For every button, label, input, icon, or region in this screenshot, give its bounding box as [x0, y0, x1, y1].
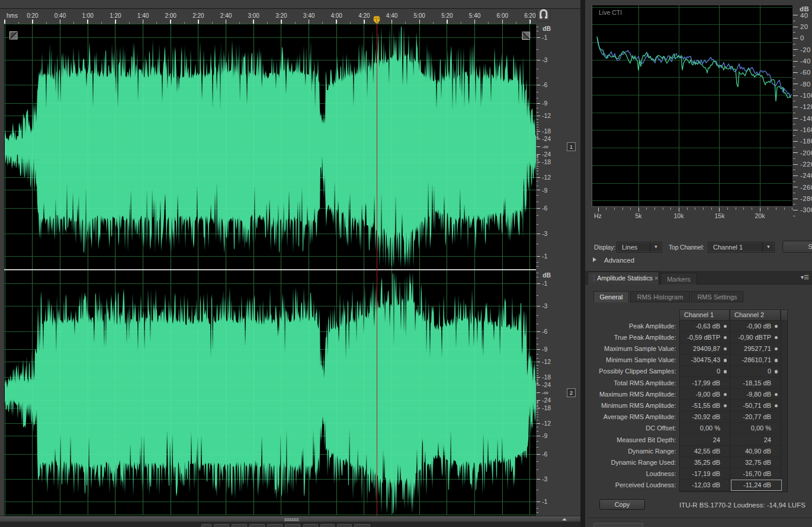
svg-text:-18: -18	[542, 158, 551, 165]
svg-text:-260: -260	[800, 184, 812, 191]
svg-text:-280: -280	[800, 195, 812, 202]
svg-text:-60: -60	[800, 69, 811, 76]
svg-text:Hz: Hz	[594, 212, 602, 219]
svg-text:-3: -3	[542, 230, 547, 237]
svg-text:-6: -6	[542, 205, 547, 212]
svg-text:20k: 20k	[755, 212, 766, 219]
svg-text:5k: 5k	[635, 212, 642, 219]
svg-text:-140: -140	[800, 115, 812, 122]
svg-text:40: 40	[800, 12, 808, 19]
svg-text:3:40: 3:40	[303, 12, 315, 19]
svg-text:-12: -12	[542, 358, 551, 365]
svg-text:15k: 15k	[715, 212, 726, 219]
svg-text:-1: -1	[542, 280, 547, 287]
svg-text:1:20: 1:20	[110, 12, 121, 19]
svg-text:-9: -9	[542, 100, 547, 107]
svg-text:-6: -6	[542, 81, 547, 88]
svg-text:5:20: 5:20	[441, 12, 453, 19]
svg-text:-200: -200	[800, 149, 812, 156]
svg-text:-3: -3	[542, 56, 547, 63]
svg-text:dB: dB	[543, 25, 551, 32]
svg-text:-6: -6	[542, 328, 547, 335]
svg-text:-12: -12	[542, 174, 551, 181]
svg-text:-100: -100	[800, 92, 812, 99]
svg-text:-∞: -∞	[542, 389, 548, 396]
svg-text:-∞: -∞	[542, 143, 548, 150]
svg-text:2:20: 2:20	[192, 12, 204, 19]
svg-text:hms: hms	[7, 12, 18, 19]
svg-text:3:20: 3:20	[275, 12, 287, 19]
svg-text:20: 20	[800, 23, 808, 30]
svg-text:5:00: 5:00	[413, 12, 425, 19]
svg-text:-24: -24	[542, 397, 551, 404]
svg-text:1:00: 1:00	[82, 12, 94, 19]
svg-text:-9: -9	[542, 187, 547, 194]
svg-text:6:00: 6:00	[497, 12, 509, 19]
svg-text:-160: -160	[800, 126, 812, 133]
svg-text:-20: -20	[800, 46, 811, 53]
svg-text:-9: -9	[542, 432, 547, 439]
svg-text:10k: 10k	[674, 212, 685, 219]
svg-text:-24: -24	[542, 381, 551, 388]
svg-text:-9: -9	[542, 346, 547, 353]
svg-text:-300: -300	[800, 206, 812, 213]
svg-text:-180: -180	[800, 138, 812, 145]
svg-text:-18: -18	[542, 127, 551, 135]
svg-text:-24: -24	[542, 151, 551, 158]
svg-text:4:20: 4:20	[358, 12, 370, 19]
svg-text:-1: -1	[542, 253, 547, 260]
svg-text:-12: -12	[542, 420, 551, 427]
svg-text:0:20: 0:20	[27, 12, 38, 19]
svg-text:0: 0	[800, 34, 804, 41]
svg-text:-3: -3	[542, 302, 547, 309]
svg-text:-1: -1	[542, 498, 547, 505]
svg-text:4:40: 4:40	[386, 12, 398, 19]
svg-text:-240: -240	[800, 172, 812, 179]
svg-text:-120: -120	[800, 103, 812, 110]
svg-text:-24: -24	[542, 135, 551, 142]
svg-text:3:00: 3:00	[248, 12, 259, 19]
svg-text:-18: -18	[542, 373, 551, 381]
svg-text:-18: -18	[542, 404, 551, 411]
svg-text:dB: dB	[543, 272, 551, 279]
svg-text:-3: -3	[542, 475, 547, 483]
svg-text:0:40: 0:40	[54, 12, 66, 19]
svg-text:5:40: 5:40	[469, 12, 481, 19]
svg-text:1: 1	[570, 143, 573, 150]
svg-text:-1: -1	[542, 34, 547, 41]
svg-text:4:00: 4:00	[330, 12, 342, 19]
svg-text:-220: -220	[800, 161, 812, 168]
svg-text:-6: -6	[542, 451, 547, 458]
svg-text:-40: -40	[800, 58, 811, 65]
svg-text:-12: -12	[542, 112, 551, 119]
svg-text:1:40: 1:40	[137, 12, 149, 19]
svg-text:2:40: 2:40	[220, 12, 232, 19]
svg-text:-80: -80	[800, 81, 811, 88]
svg-text:Live CTI: Live CTI	[599, 9, 622, 16]
svg-text:2: 2	[570, 389, 573, 396]
svg-text:6:20: 6:20	[524, 12, 536, 19]
svg-text:2:00: 2:00	[165, 12, 176, 19]
